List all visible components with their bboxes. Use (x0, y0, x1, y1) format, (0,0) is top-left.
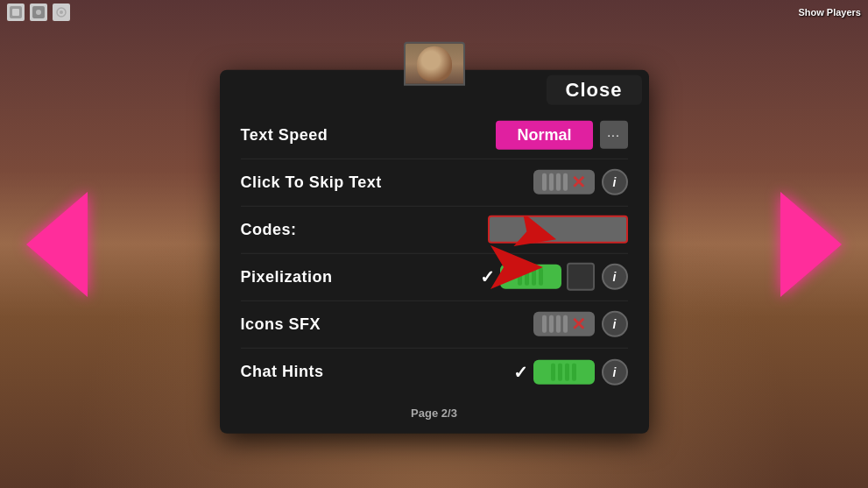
click-to-skip-row: Click To Skip Text ✕ i (241, 159, 628, 206)
click-to-skip-info[interactable]: i (602, 169, 628, 195)
pixelization-toggle[interactable] (500, 265, 561, 289)
bar2 (525, 268, 529, 286)
bar3 (556, 315, 561, 333)
click-to-skip-toggle[interactable]: ✕ (533, 170, 595, 194)
svg-rect-1 (12, 9, 19, 16)
check-icon: ✓ (513, 361, 528, 382)
text-speed-label: Text Speed (241, 125, 328, 144)
show-players-button[interactable]: Show Players (798, 7, 861, 18)
chat-hints-row: Chat Hints ✓ i (241, 348, 628, 395)
top-bar-left (7, 4, 70, 21)
svg-point-5 (60, 11, 63, 14)
click-to-skip-controls: ✕ i (533, 169, 628, 195)
settings-modal: Close Text Speed Normal ··· Click To Ski… (220, 69, 649, 433)
codes-controls (488, 216, 628, 244)
bar4 (563, 315, 568, 333)
settings-icon[interactable] (53, 4, 70, 21)
bar4 (572, 363, 576, 380)
bar4 (563, 173, 568, 191)
text-speed-more-button[interactable]: ··· (600, 121, 628, 149)
svg-point-3 (36, 10, 41, 15)
roblox-icon (7, 4, 25, 21)
bar1 (542, 173, 547, 191)
text-speed-row: Text Speed Normal ··· (241, 111, 628, 159)
pixelization-dark-square[interactable] (567, 263, 595, 291)
pixelization-info[interactable]: i (602, 264, 628, 290)
codes-row: Codes: (241, 206, 628, 253)
settings-body: Text Speed Normal ··· Click To Skip Text… (220, 104, 649, 402)
codes-input[interactable] (488, 216, 628, 244)
left-arrow[interactable] (26, 192, 88, 297)
right-arrow[interactable] (780, 192, 842, 297)
close-button[interactable]: Close (547, 74, 642, 104)
toggle-bars (542, 173, 568, 191)
pixelization-controls: ✓ i (480, 263, 628, 291)
toggle-bars-green (518, 268, 543, 286)
bar3 (565, 363, 569, 380)
codes-label: Codes: (241, 220, 297, 238)
bar4 (539, 268, 543, 286)
chat-hints-toggle[interactable] (533, 359, 595, 384)
text-speed-normal-button[interactable]: Normal (496, 120, 592, 149)
toggle-x-icon: ✕ (571, 315, 586, 333)
toggle-bars-green2 (551, 363, 576, 380)
click-to-skip-label: Click To Skip Text (241, 173, 382, 191)
icons-sfx-info[interactable]: i (602, 311, 628, 337)
icons-sfx-toggle[interactable]: ✕ (533, 312, 595, 336)
chat-hints-controls: ✓ i (513, 358, 628, 385)
text-speed-controls: Normal ··· (496, 120, 627, 149)
bar3 (556, 173, 561, 191)
bar2 (558, 363, 562, 380)
bar2 (549, 173, 554, 191)
toggle-x-icon: ✕ (571, 173, 586, 191)
pixelization-check-group: ✓ (480, 263, 595, 291)
toggle-bars (542, 315, 568, 333)
bar1 (542, 315, 547, 333)
chat-hints-info[interactable]: i (602, 358, 628, 385)
top-bar: Show Players (0, 0, 868, 25)
icons-sfx-row: Icons SFX ✕ i (241, 301, 628, 348)
pixelization-label: Pixelization (241, 267, 333, 286)
screenshot-icon (30, 4, 47, 21)
modal-header: Close (220, 69, 649, 104)
page-indicator: Page 2/3 (220, 402, 649, 419)
bar3 (532, 268, 536, 286)
chat-hints-check-group: ✓ (513, 359, 595, 384)
icons-sfx-label: Icons SFX (241, 315, 321, 333)
bar1 (518, 268, 522, 286)
check-icon: ✓ (480, 266, 495, 287)
pixelization-row: Pixelization ✓ i (241, 253, 628, 301)
icons-sfx-controls: ✕ i (533, 311, 628, 337)
bar2 (549, 315, 554, 333)
chat-hints-label: Chat Hints (241, 363, 324, 381)
bar1 (551, 363, 555, 380)
